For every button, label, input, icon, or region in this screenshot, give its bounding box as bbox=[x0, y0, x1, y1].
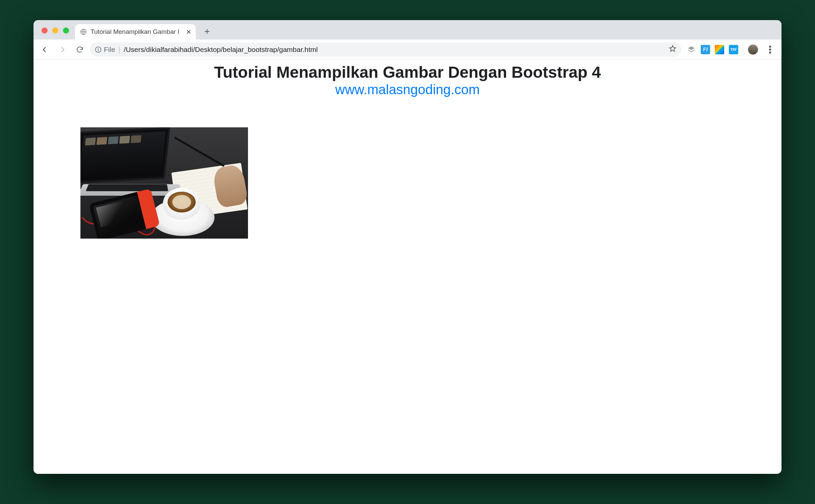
page-content: Tutorial Menampilkan Gambar Dengan Boots… bbox=[34, 60, 781, 474]
toolbar-right: FI TFF bbox=[684, 42, 777, 57]
tab-close-button[interactable] bbox=[186, 29, 191, 34]
content-image bbox=[80, 127, 248, 239]
browser-window: Tutorial Menampilkan Gambar I bbox=[34, 20, 781, 474]
svg-point-3 bbox=[98, 48, 99, 48]
site-info-icon[interactable] bbox=[95, 46, 102, 53]
window-minimize-button[interactable] bbox=[52, 27, 58, 34]
nav-reload-button[interactable] bbox=[72, 42, 87, 57]
profile-avatar-button[interactable] bbox=[748, 45, 758, 55]
desktop-backdrop: Tutorial Menampilkan Gambar I bbox=[0, 0, 815, 504]
omnibox-scheme: File bbox=[104, 46, 115, 54]
omnibox-separator: | bbox=[117, 46, 122, 54]
nav-forward-button[interactable] bbox=[55, 42, 70, 57]
globe-icon bbox=[80, 28, 87, 36]
address-toolbar: File | /Users/dikialfarabihadi/Desktop/b… bbox=[34, 40, 781, 60]
bookmark-star-button[interactable] bbox=[669, 45, 677, 54]
page-subheading-link[interactable]: www.malasngoding.com bbox=[34, 82, 781, 97]
window-zoom-button[interactable] bbox=[63, 27, 69, 34]
tab-strip: Tutorial Menampilkan Gambar I bbox=[34, 20, 781, 40]
page-heading: Tutorial Menampilkan Gambar Dengan Boots… bbox=[34, 63, 781, 81]
svg-point-4 bbox=[769, 46, 771, 47]
svg-point-5 bbox=[769, 49, 771, 50]
nav-back-button[interactable] bbox=[38, 42, 52, 57]
omnibox[interactable]: File | /Users/dikialfarabihadi/Desktop/b… bbox=[90, 43, 681, 57]
extension-colorpicker-icon[interactable] bbox=[715, 45, 724, 54]
window-close-button[interactable] bbox=[42, 27, 48, 34]
omnibox-path: /Users/dikialfarabihadi/Desktop/belajar_… bbox=[124, 46, 318, 54]
svg-point-6 bbox=[769, 52, 771, 53]
extension-f1-icon[interactable]: FI bbox=[701, 45, 710, 54]
extension-layers-icon[interactable] bbox=[687, 45, 696, 54]
window-controls bbox=[42, 27, 69, 34]
new-tab-button[interactable] bbox=[201, 25, 213, 38]
browser-tab-active[interactable]: Tutorial Menampilkan Gambar I bbox=[75, 24, 196, 40]
extension-tff-icon[interactable]: TFF bbox=[729, 45, 738, 54]
chrome-menu-button[interactable] bbox=[763, 42, 777, 57]
tab-title: Tutorial Menampilkan Gambar I bbox=[90, 28, 183, 36]
toolbar-separator bbox=[743, 45, 743, 55]
